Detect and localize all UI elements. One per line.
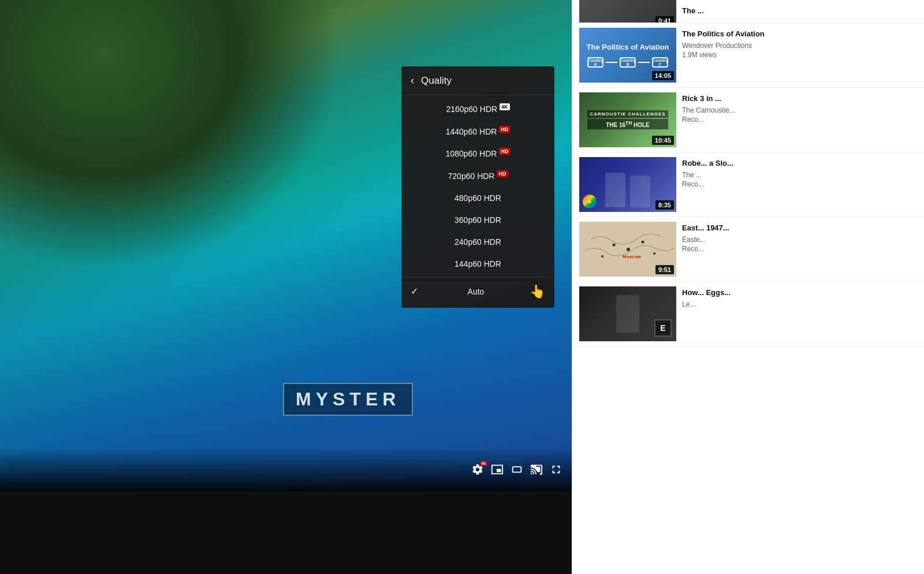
svg-point-5 [653,252,655,255]
video-info: East... 1947... Easte... Reco... [682,222,917,253]
thumbnail-container: CARNOUSTIE CHALLENGES THE 16TH HOLE 10:4… [579,92,676,147]
video-channel: Easte... [682,236,917,244]
cast-button[interactable] [530,463,543,476]
cursor-icon: 👆 [530,284,545,299]
video-meta: 1.9M views [682,51,917,59]
list-item[interactable]: Moscow 9:51 East... 1947... Easte... Rec… [572,217,924,282]
thumbnail-container: E [579,286,676,341]
quality-badge: HD [499,148,510,155]
video-meta: Reco... [682,245,917,253]
quality-option-360p60[interactable]: 360p60 HDR [401,209,554,231]
quality-badge: HD [499,126,510,133]
back-icon[interactable]: ‹ [411,74,414,87]
quality-option-2160p60[interactable]: 2160p60 HDR4K [401,98,554,120]
svg-point-2 [613,244,616,247]
channel-logo: E [654,319,672,337]
quality-option-label: 1080p60 HDRHD [446,148,511,158]
fullscreen-button[interactable] [550,463,562,476]
miniplayer-button[interactable] [491,463,504,476]
list-item[interactable]: E How... Eggs... Le... [572,282,924,346]
video-meta: Reco... [682,180,917,188]
video-title: Robe... a Slo... [682,158,917,169]
video-channel: Wendover Productions [682,42,917,50]
video-viewport: MYSTER ‹ Quality 2160p60 HDR4K1440p60 HD… [0,0,572,491]
video-player: MYSTER ‹ Quality 2160p60 HDR4K1440p60 HD… [0,0,572,574]
theatre-button[interactable] [511,463,523,476]
checkmark-icon: ✓ [411,286,422,297]
quality-option-1440p60[interactable]: 1440p60 HDRHD [401,120,554,143]
svg-point-1 [627,248,630,251]
quality-option-240p60[interactable]: 240p60 HDR [401,231,554,253]
duration-badge: 14:05 [652,71,674,80]
list-item[interactable]: 0:41 The ... [572,0,924,23]
thumbnail-container: Moscow 9:51 [579,222,676,277]
thumbnail-container: N 8:35 [579,157,676,212]
video-title: The ... [682,6,917,16]
thumbnail-container: The Politics of Aviation Country A Count… [579,28,676,83]
svg-point-4 [601,255,603,258]
video-channel: The Carnoustie... [682,106,917,114]
video-meta: Reco... [682,115,917,124]
quality-option-label: 240p60 HDR [454,237,501,247]
quality-option-label: 2160p60 HDR4K [446,104,509,114]
duration-badge: 0:41 [655,16,674,23]
video-info: Rick 3 in ... The Carnoustie... Reco... [682,92,917,124]
thumbnail-image: E [579,286,676,341]
duration-badge: 10:45 [652,136,674,145]
video-info: Robe... a Slo... The ... Reco... [682,157,917,188]
list-item[interactable]: CARNOUSTIE CHALLENGES THE 16TH HOLE 10:4… [572,88,924,152]
video-overlay-text: MYSTER [283,383,413,416]
quality-option-720p60[interactable]: 720p60 HDRHD [401,165,554,187]
quality-option-label: 144p60 HDR [454,259,501,269]
thumbnail-container: 0:41 [579,5,676,23]
duration-badge: 8:35 [655,200,674,210]
quality-option-480p60[interactable]: 480p60 HDR [401,187,554,209]
quality-option-auto[interactable]: ✓ Auto 👆 [401,277,554,305]
video-info: The Politics of Aviation Wendover Produc… [682,28,917,59]
quality-options-list: 2160p60 HDR4K1440p60 HDRHD1080p60 HDRHD7… [401,95,554,277]
video-title: East... 1947... [682,223,917,233]
quality-option-label: 480p60 HDR [454,193,501,203]
video-sidebar: 0:41 The ... The Politics of Aviation Co… [572,0,924,574]
quality-option-144p60[interactable]: 144p60 HDR [401,253,554,275]
list-item[interactable]: The Politics of Aviation Country A Count… [572,23,924,88]
auto-label: Auto [427,287,525,296]
list-item[interactable]: N 8:35 Robe... a Slo... The ... Reco... [572,152,924,217]
4k-badge: 4K [480,461,487,466]
quality-option-1080p60[interactable]: 1080p60 HDRHD [401,142,554,165]
video-title: How... Eggs... [682,288,917,298]
video-channel: Le... [682,300,917,308]
svg-text:Moscow: Moscow [623,254,641,259]
video-title: The Politics of Aviation [682,29,917,39]
video-info: The ... [682,5,917,18]
video-info: How... Eggs... Le... [682,286,917,310]
quality-title: Quality [421,75,452,87]
quality-badge: HD [497,170,508,177]
settings-button[interactable]: 4K [471,463,484,476]
quality-option-label: 1440p60 HDRHD [446,126,511,136]
quality-menu: ‹ Quality 2160p60 HDR4K1440p60 HDRHD1080… [401,66,554,308]
quality-header[interactable]: ‹ Quality [401,66,554,95]
quality-option-label: 720p60 HDRHD [448,171,508,181]
video-channel: The ... [682,171,917,179]
svg-point-3 [642,241,644,244]
video-title: Rick 3 in ... [682,94,917,104]
quality-option-label: 360p60 HDR [454,215,501,225]
video-controls-bar: 4K [0,448,572,491]
quality-badge: 4K [500,103,510,110]
duration-badge: 9:51 [655,265,674,274]
